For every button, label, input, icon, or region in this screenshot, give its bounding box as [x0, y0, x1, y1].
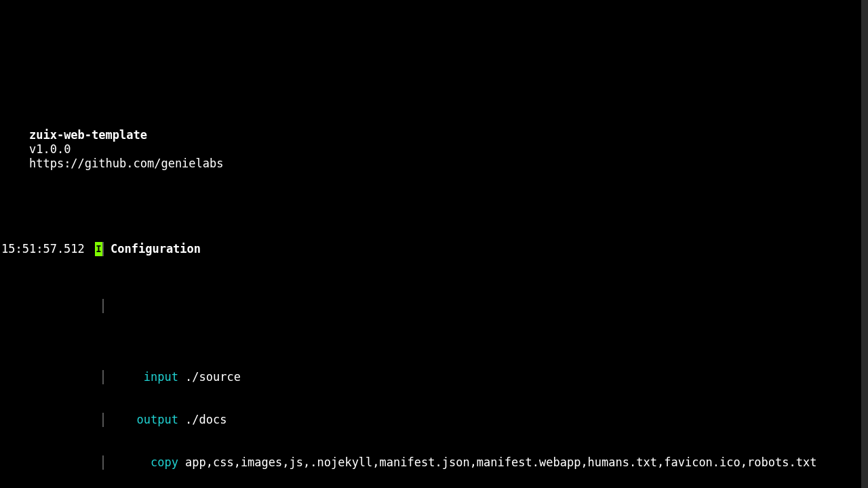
- config-row: copyapp,css,images,js,.nojekyll,manifest…: [0, 455, 861, 470]
- config-value: ./docs: [185, 413, 226, 427]
- gutter-divider: [102, 242, 104, 256]
- config-key: copy: [111, 455, 178, 470]
- app-name: zuix-web-template: [29, 128, 147, 142]
- app-version: v1.0.0: [29, 142, 71, 156]
- section-title: Configuration: [111, 242, 201, 256]
- config-value: ./source: [185, 370, 241, 384]
- config-value: app,css,images,js,.nojekyll,manifest.jso…: [185, 455, 816, 470]
- config-key: output: [111, 413, 178, 427]
- terminal-output: zuix-web-template v1.0.0 https://github.…: [0, 0, 861, 488]
- config-row: input./source: [0, 370, 861, 384]
- app-url: https://github.com/genielabs: [29, 157, 224, 170]
- config-key: input: [111, 370, 178, 384]
- vertical-scrollbar[interactable]: [861, 0, 868, 488]
- timestamp: 15:51:57.512: [0, 242, 95, 256]
- level-info-icon: I: [95, 242, 102, 256]
- section-heading-configuration: 15:51:57.512 I Configuration: [0, 242, 861, 256]
- config-row: output./docs: [0, 413, 861, 427]
- app-header: zuix-web-template v1.0.0 https://github.…: [0, 114, 861, 128]
